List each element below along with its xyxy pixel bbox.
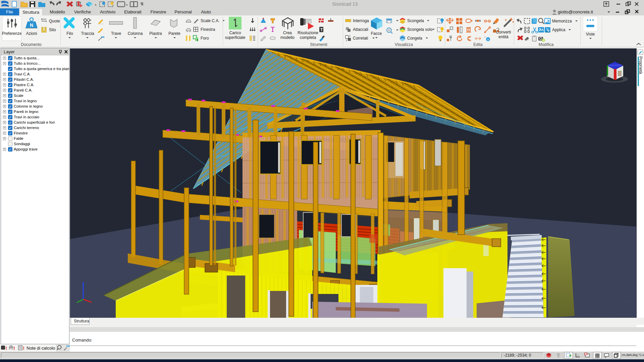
svg-text:!: ! (5, 345, 7, 351)
svg-text:N: N (30, 22, 33, 28)
svg-text:T: T (320, 27, 323, 32)
svg-text:!: ! (13, 345, 15, 351)
svg-text:!: ! (23, 345, 24, 351)
svg-text:°: ° (484, 36, 486, 40)
svg-text:AB: AB (66, 345, 70, 348)
svg-text:A: A (487, 38, 489, 41)
svg-text:AB: AB (101, 36, 105, 39)
